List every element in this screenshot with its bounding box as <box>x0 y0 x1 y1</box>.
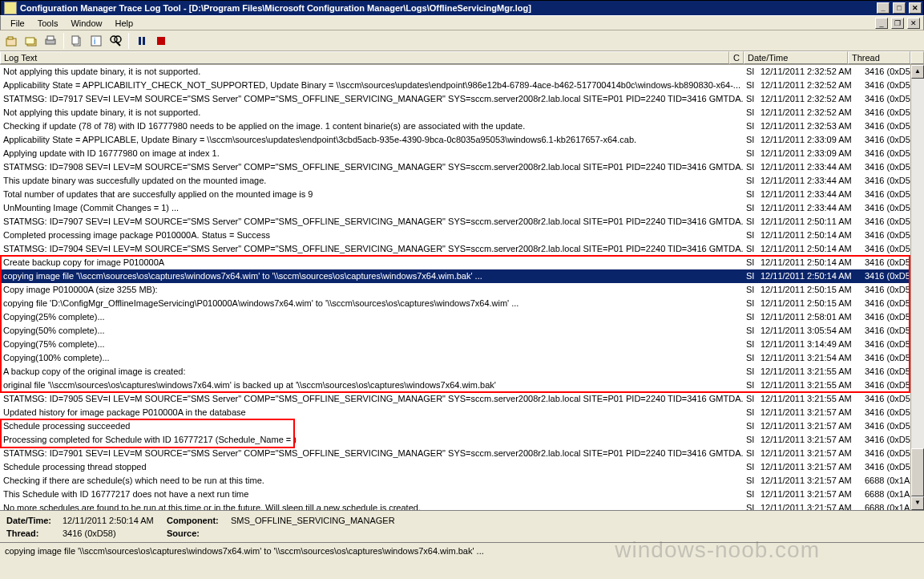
log-row[interactable]: Schedule processing succeededSI12/11/201… <box>0 419 924 433</box>
log-row[interactable]: original file '\\sccm\sources\os\capture… <box>0 379 924 392</box>
log-cell-text: No more schedules are found to be run at… <box>0 501 743 510</box>
column-datetime[interactable]: Date/Time <box>744 51 848 64</box>
log-row[interactable]: Checking if there are schedule(s) which … <box>0 474 924 488</box>
stop-icon[interactable] <box>152 32 170 50</box>
log-cell-text: This update binary was succesfully updat… <box>0 174 743 188</box>
minimize-button[interactable]: _ <box>877 2 890 14</box>
log-cell-component: SI <box>743 229 757 242</box>
svg-rect-7 <box>72 36 79 44</box>
log-row[interactable]: STATMSG: ID=7905 SEV=I LEV=M SOURCE="SMS… <box>0 392 924 406</box>
mdi-restore-button[interactable]: ❐ <box>891 18 904 29</box>
log-cell-component: SI <box>743 406 757 419</box>
log-cell-text: Total number of updates that are succesf… <box>0 188 743 201</box>
log-row[interactable]: Not applying this update binary, it is n… <box>0 65 924 79</box>
log-row[interactable]: Copy image P010000A (size 3255 MB):SI12/… <box>0 283 924 297</box>
column-component[interactable]: C <box>729 51 744 64</box>
log-cell-datetime: 12/11/2011 3:21:57 AM <box>757 460 861 474</box>
log-cell-text: copying image file '\\sccm\sources\os\ca… <box>0 269 743 283</box>
log-row[interactable]: This update binary was succesfully updat… <box>0 174 924 188</box>
log-row[interactable]: Processing completed for Schedule with I… <box>0 433 924 447</box>
log-row[interactable]: copying image file '\\sccm\sources\os\ca… <box>0 269 924 283</box>
log-cell-component: SI <box>743 324 757 338</box>
log-cell-datetime: 12/11/2011 2:50:15 AM <box>757 283 861 297</box>
scroll-thumb[interactable] <box>911 448 924 496</box>
close-button[interactable]: ✕ <box>909 2 922 14</box>
copy-icon[interactable] <box>68 32 86 50</box>
log-row[interactable]: No more schedules are found to be run at… <box>0 501 924 510</box>
log-cell-component: SI <box>743 215 757 229</box>
mdi-minimize-button[interactable]: _ <box>875 18 888 29</box>
log-row[interactable]: Copying(25% complete)...SI12/11/2011 2:5… <box>0 310 924 324</box>
log-cell-text: This Schedule with ID 16777217 does not … <box>0 488 743 501</box>
log-cell-component: SI <box>743 133 757 147</box>
log-row[interactable]: Total number of updates that are succesf… <box>0 188 924 201</box>
log-row[interactable]: Not applying this update binary, it is n… <box>0 106 924 119</box>
log-row[interactable]: Schedule processing thread stoppedSI12/1… <box>0 460 924 474</box>
log-row[interactable]: Applying update with ID 16777980 on imag… <box>0 147 924 160</box>
log-cell-component: SI <box>743 106 757 119</box>
detail-thread-value: 3416 (0xD58) <box>63 527 167 540</box>
log-row[interactable]: Applicability State = APPLICABLE, Update… <box>0 133 924 147</box>
mdi-close-button[interactable]: ✕ <box>907 18 920 29</box>
scroll-down-button[interactable]: ▼ <box>911 496 924 510</box>
svg-rect-8 <box>91 36 101 46</box>
vertical-scrollbar[interactable]: ▲ ▼ <box>910 65 924 510</box>
log-row[interactable]: Updated history for image package P01000… <box>0 406 924 419</box>
log-row[interactable]: Checking if update (78 of 78) with ID 16… <box>0 119 924 133</box>
log-cell-text: STATMSG: ID=7917 SEV=I LEV=M SOURCE="SMS… <box>0 92 743 106</box>
column-log-text[interactable]: Log Text <box>0 51 729 64</box>
log-cell-datetime: 12/11/2011 2:50:14 AM <box>757 242 861 256</box>
maximize-button[interactable]: □ <box>893 2 906 14</box>
open-multi-icon[interactable] <box>22 32 40 50</box>
menu-tools[interactable]: Tools <box>31 17 65 30</box>
log-row[interactable]: copying file 'D:\ConfigMgr_OfflineImageS… <box>0 297 924 310</box>
log-cell-component: SI <box>743 201 757 215</box>
log-cell-datetime: 12/11/2011 2:50:14 AM <box>757 269 861 283</box>
info-icon[interactable]: i <box>87 32 105 50</box>
log-cell-datetime: 12/11/2011 3:21:55 AM <box>757 392 861 406</box>
log-cell-component: SI <box>743 392 757 406</box>
log-cell-component: SI <box>743 147 757 160</box>
log-row[interactable]: STATMSG: ID=7904 SEV=I LEV=M SOURCE="SMS… <box>0 242 924 256</box>
log-cell-component: SI <box>743 379 757 392</box>
log-cell-text: Updated history for image package P01000… <box>0 406 743 419</box>
log-row[interactable]: Applicability State = APPLICABILITY_CHEC… <box>0 79 924 92</box>
log-row[interactable]: Copying(50% complete)...SI12/11/2011 3:0… <box>0 324 924 338</box>
menu-help[interactable]: Help <box>109 17 140 30</box>
statusbar: copying image file '\\sccm\sources\os\ca… <box>0 542 924 558</box>
log-cell-text: STATMSG: ID=7907 SEV=I LEV=M SOURCE="SMS… <box>0 215 743 229</box>
open-icon[interactable] <box>3 32 21 50</box>
log-row[interactable]: This Schedule with ID 16777217 does not … <box>0 488 924 501</box>
log-row[interactable]: STATMSG: ID=7907 SEV=I LEV=M SOURCE="SMS… <box>0 215 924 229</box>
scroll-track[interactable] <box>911 79 924 496</box>
pause-icon[interactable] <box>133 32 151 50</box>
log-cell-component: SI <box>743 338 757 351</box>
log-row[interactable]: STATMSG: ID=7917 SEV=I LEV=M SOURCE="SMS… <box>0 92 924 106</box>
log-cell-text: Checking if update (78 of 78) with ID 16… <box>0 119 743 133</box>
find-icon[interactable] <box>107 32 124 50</box>
log-row[interactable]: Copying(100% complete)...SI12/11/2011 3:… <box>0 351 924 365</box>
print-icon[interactable] <box>42 32 59 50</box>
log-row[interactable]: Create backup copy for image P010000ASI1… <box>0 256 924 269</box>
log-listview[interactable]: Not applying this update binary, it is n… <box>0 65 924 510</box>
log-cell-component: SI <box>743 419 757 433</box>
log-row[interactable]: A backup copy of the original image is c… <box>0 365 924 379</box>
log-cell-text: Processing completed for Schedule with I… <box>0 433 743 447</box>
log-cell-datetime: 12/11/2011 2:33:44 AM <box>757 160 861 174</box>
column-thread[interactable]: Thread <box>848 51 910 64</box>
menu-window[interactable]: Window <box>64 17 108 30</box>
log-row[interactable]: STATMSG: ID=7908 SEV=I LEV=M SOURCE="SMS… <box>0 160 924 174</box>
log-cell-datetime: 12/11/2011 3:21:57 AM <box>757 433 861 447</box>
menu-file[interactable]: File <box>4 17 31 30</box>
log-cell-component: SI <box>743 79 757 92</box>
log-row[interactable]: STATMSG: ID=7901 SEV=I LEV=M SOURCE="SMS… <box>0 447 924 460</box>
log-cell-component: SI <box>743 447 757 460</box>
log-header-row: Log Text C Date/Time Thread <box>0 51 924 65</box>
log-cell-text: Copying(75% complete)... <box>0 338 743 351</box>
scroll-up-button[interactable]: ▲ <box>911 65 924 79</box>
log-row[interactable]: Copying(75% complete)...SI12/11/2011 3:1… <box>0 338 924 351</box>
log-row[interactable]: UnMounting Image (Commit Changes = 1) ..… <box>0 201 924 215</box>
detail-component-value: SMS_OFFLINE_SERVICING_MANAGER <box>231 514 395 527</box>
log-cell-text: A backup copy of the original image is c… <box>0 365 743 379</box>
log-row[interactable]: Completed processing image package P0100… <box>0 229 924 242</box>
